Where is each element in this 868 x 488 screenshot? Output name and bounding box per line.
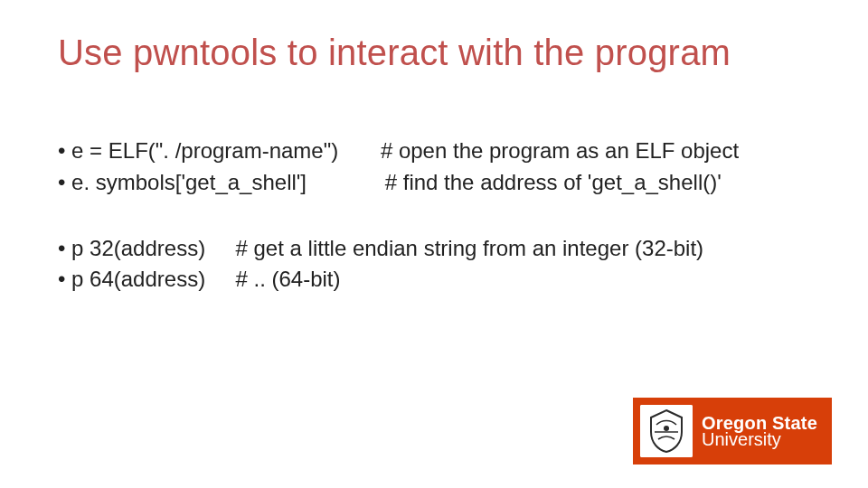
slide-body: • e = ELF(". /program-name") # open the … xyxy=(58,136,739,296)
slide-title: Use pwntools to interact with the progra… xyxy=(58,33,731,73)
osu-logo-text: Oregon State University xyxy=(702,414,817,448)
slide: Use pwntools to interact with the progra… xyxy=(0,0,868,488)
svg-point-1 xyxy=(664,426,669,431)
spacer xyxy=(58,199,739,233)
bullet-3: • p 32(address) # get a little endian st… xyxy=(58,233,739,265)
osu-logo-line2: University xyxy=(702,430,817,448)
bullet-2: • e. symbols['get_a_shell'] # find the a… xyxy=(58,167,739,199)
bullet-4: • p 64(address) # .. (64-bit) xyxy=(58,264,739,296)
osu-logo: Oregon State University xyxy=(633,398,832,465)
bullet-1: • e = ELF(". /program-name") # open the … xyxy=(58,136,739,167)
osu-seal-icon xyxy=(640,405,693,457)
